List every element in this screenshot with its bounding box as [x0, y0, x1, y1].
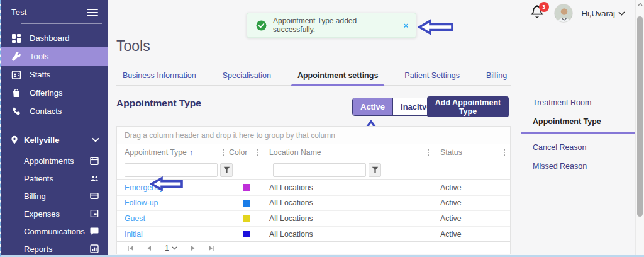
- location-cell: All Locations: [269, 183, 313, 192]
- filter-funnel-button[interactable]: [369, 163, 381, 177]
- nav-item-treatment-room[interactable]: Treatment Room: [521, 93, 635, 112]
- sidebar-location-kellyville[interactable]: Kellyville: [1, 130, 108, 149]
- filter-funnel-button[interactable]: [220, 163, 233, 177]
- sidebar-item-tools[interactable]: Tools: [1, 47, 108, 66]
- tab-patient-settings[interactable]: Patient Settings: [398, 66, 466, 85]
- pagination-page-select[interactable]: 1: [165, 244, 177, 253]
- notification-count-badge: 3: [539, 2, 549, 12]
- tab-specialisation[interactable]: Specialisation: [216, 66, 277, 85]
- people-icon: [90, 174, 99, 183]
- staff-badge-icon: [11, 70, 21, 80]
- column-menu-icon[interactable]: [221, 147, 225, 157]
- sidebar-item-billing[interactable]: Billing: [1, 187, 108, 205]
- column-header-status[interactable]: Status: [440, 148, 462, 157]
- pagination-prev-button[interactable]: [142, 243, 156, 254]
- hamburger-menu-icon[interactable]: [87, 9, 98, 16]
- appointment-type-link[interactable]: Guest: [125, 214, 145, 223]
- add-appointment-type-button[interactable]: Add Appointment Type: [427, 96, 509, 117]
- section-title: Appointment Type: [116, 98, 201, 109]
- table-header-row: Appointment Type↑ Color Location Name St…: [117, 144, 510, 161]
- appointment-type-link[interactable]: Emergency: [125, 183, 164, 192]
- group-drop-zone[interactable]: Drag a column header and drop it here to…: [117, 127, 510, 144]
- user-avatar[interactable]: [554, 4, 573, 23]
- sidebar-item-label: Patients: [24, 174, 53, 183]
- sidebar-item-label: Appointments: [24, 156, 74, 166]
- sidebar-divider: [21, 23, 102, 24]
- sidebar-item-label: Offerings: [30, 88, 63, 98]
- success-toast: Appointment Type added successfully. ×: [247, 13, 416, 38]
- sidebar-item-label: Tools: [30, 52, 48, 61]
- nav-item-missed-reason[interactable]: Missed Reason: [521, 157, 635, 176]
- pagination-first-button[interactable]: [123, 243, 137, 254]
- status-cell: Active: [440, 183, 462, 192]
- sidebar-item-appointments[interactable]: Appointments: [1, 152, 108, 169]
- sidebar-item-label: Dashboard: [30, 33, 70, 43]
- tools-tabs: Business Information Specialisation Appo…: [116, 66, 511, 86]
- column-header-location-name[interactable]: Location Name: [269, 148, 321, 157]
- appointment-type-link[interactable]: Follow-up: [125, 198, 158, 207]
- sidebar-item-reports[interactable]: Reports: [1, 240, 108, 257]
- sidebar-item-communications[interactable]: Communications: [1, 222, 108, 240]
- filter-input-location-name[interactable]: [273, 163, 366, 177]
- location-cell: All Locations: [269, 230, 313, 239]
- left-sidebar: Test Dashboard Tools Staffs Offerings: [1, 0, 108, 257]
- column-menu-icon[interactable]: [426, 147, 430, 157]
- app-window: Test Dashboard Tools Staffs Offerings: [0, 0, 644, 257]
- sidebar-item-label: Staffs: [30, 70, 50, 79]
- nav-item-cancel-reason[interactable]: Cancel Reason: [521, 138, 635, 157]
- page-scrollbar[interactable]: [635, 0, 644, 257]
- status-cell: Active: [440, 230, 462, 239]
- appointment-type-link[interactable]: Initial: [125, 230, 143, 239]
- location-cell: All Locations: [269, 198, 313, 207]
- column-header-appointment-type[interactable]: Appointment Type↑: [125, 148, 193, 157]
- settings-side-nav: Treatment Room Appointment Type Cancel R…: [521, 93, 635, 176]
- page-title: Tools: [116, 38, 150, 55]
- tab-billing[interactable]: Billing: [480, 66, 513, 85]
- bag-icon: [11, 88, 21, 98]
- sidebar-item-label: Expenses: [24, 209, 60, 219]
- user-menu[interactable]: Hi,Uvaraj: [582, 9, 625, 18]
- table-row: Initial All Locations Active: [117, 226, 510, 242]
- table-row: Follow-up All Locations Active: [117, 195, 510, 211]
- receipt-icon: [90, 209, 99, 218]
- filter-input-appointment-type[interactable]: [125, 163, 218, 177]
- phone-icon: [11, 106, 21, 117]
- sidebar-item-label: Contacts: [30, 106, 62, 116]
- sidebar-item-offerings[interactable]: Offerings: [1, 84, 108, 102]
- scroll-up-icon[interactable]: [638, 3, 643, 6]
- status-cell: Active: [440, 198, 462, 207]
- clinic-name: Test: [11, 8, 27, 17]
- column-menu-icon[interactable]: [502, 147, 506, 157]
- nav-item-appointment-type[interactable]: Appointment Type: [521, 112, 635, 131]
- chevron-down-icon: [92, 137, 99, 142]
- color-swatch: [243, 200, 250, 207]
- sidebar-item-patients[interactable]: Patients: [1, 169, 108, 187]
- notification-bell[interactable]: 3: [530, 4, 545, 22]
- last-page-icon: [208, 245, 215, 251]
- tab-appointment-settings[interactable]: Appointment settings: [291, 66, 384, 85]
- dashboard-icon: [11, 33, 21, 43]
- pagination-last-button[interactable]: [205, 243, 219, 254]
- sidebar-item-contacts[interactable]: Contacts: [1, 102, 108, 120]
- pagination-next-button[interactable]: [186, 243, 200, 254]
- avatar-photo: [555, 4, 573, 23]
- column-menu-icon[interactable]: [255, 147, 259, 157]
- status-toggle-group: Active Inacitve: [352, 98, 439, 116]
- next-page-icon: [191, 245, 196, 251]
- table-row: Guest All Locations Active: [117, 210, 510, 226]
- sort-ascending-icon: ↑: [189, 148, 193, 157]
- scrollbar-thumb[interactable]: [637, 16, 643, 217]
- toggle-active-button[interactable]: Active: [353, 98, 392, 115]
- color-swatch: [243, 184, 250, 191]
- success-check-icon: [256, 20, 267, 31]
- column-header-color[interactable]: Color: [229, 148, 247, 157]
- location-label: Kellyville: [24, 135, 87, 145]
- sidebar-item-dashboard[interactable]: Dashboard: [1, 29, 108, 47]
- sidebar-item-staffs[interactable]: Staffs: [1, 66, 108, 84]
- prev-page-icon: [147, 245, 152, 251]
- tab-business-information[interactable]: Business Information: [116, 66, 203, 85]
- sidebar-item-expenses[interactable]: Expenses: [1, 205, 108, 222]
- chevron-down-icon: [618, 11, 625, 16]
- user-greeting: Hi,Uvaraj: [582, 9, 615, 18]
- toast-close-icon[interactable]: ×: [403, 21, 408, 30]
